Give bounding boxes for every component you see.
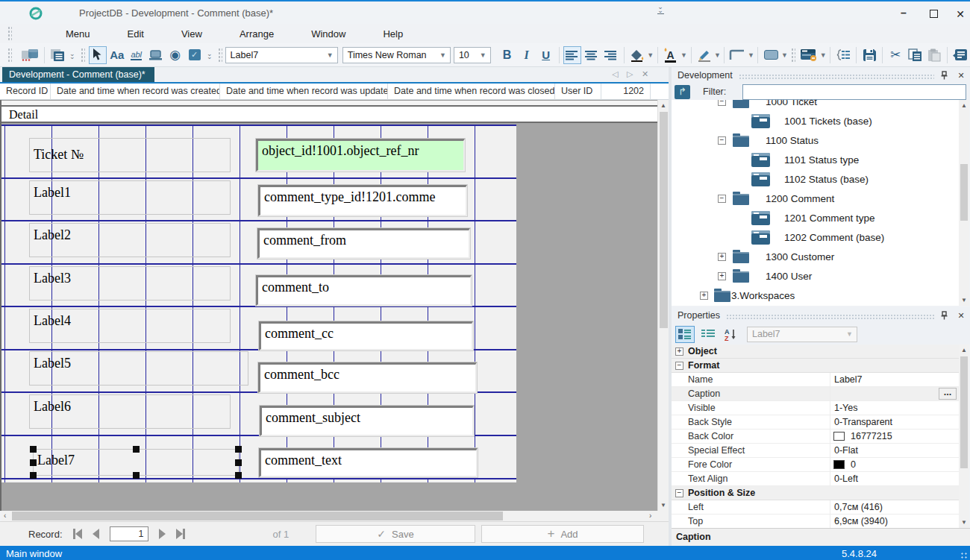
selection-handle[interactable] xyxy=(133,472,140,479)
property-group-object[interactable]: +Object xyxy=(672,345,959,359)
properties-panel-icon[interactable] xyxy=(951,46,969,64)
form-field-comment-to[interactable]: comment_to xyxy=(256,275,472,306)
form-field-comment-text[interactable]: comment_text xyxy=(259,448,478,477)
align-left-button[interactable] xyxy=(563,46,581,64)
collapse-icon[interactable]: − xyxy=(718,136,726,145)
collapse-icon[interactable]: − xyxy=(675,489,683,497)
property-value[interactable]: Label7 xyxy=(834,374,863,385)
property-value[interactable]: 0-Flat xyxy=(834,445,858,456)
property-row-top[interactable]: Top6,9см (3940) xyxy=(672,515,959,528)
ellipsis-button[interactable]: ... xyxy=(939,388,957,400)
property-value[interactable]: 6,9см (3940) xyxy=(834,516,888,526)
property-row-back-color[interactable]: Back Color16777215 xyxy=(672,430,959,444)
form-label-label6[interactable]: Label6 xyxy=(29,394,231,429)
scroll-right-icon[interactable]: › xyxy=(649,512,651,520)
property-row-fore-color[interactable]: Fore Color0 xyxy=(672,458,959,472)
toolbar-grip[interactable] xyxy=(7,26,12,41)
property-group-format[interactable]: −Format xyxy=(672,359,959,373)
collapse-icon[interactable]: − xyxy=(718,195,726,203)
border-style-icon[interactable] xyxy=(728,46,746,64)
tree-item-1001-tickets-base-[interactable]: 1001 Tickets (base) xyxy=(672,112,959,131)
radio-tool[interactable]: ◉ xyxy=(166,46,184,64)
column-header[interactable]: 1202 xyxy=(601,84,651,100)
detail-section-grid[interactable]: Ticket №object_id!1001.object_ref_nrLabe… xyxy=(1,125,516,482)
column-header[interactable]: Date and time when record was updated xyxy=(220,84,388,100)
canvas-horizontal-scrollbar[interactable]: ‹ › xyxy=(1,511,657,521)
toolbar-grip[interactable] xyxy=(7,48,12,63)
selection-handle[interactable] xyxy=(133,446,140,453)
sort-az-button[interactable]: AZ xyxy=(722,326,741,343)
form-field-comment-cc[interactable]: comment_cc xyxy=(259,321,473,350)
minimize-button[interactable]: – xyxy=(892,6,915,22)
menu-list-icon[interactable] xyxy=(48,46,66,64)
filter-input[interactable] xyxy=(742,84,966,100)
property-row-name[interactable]: NameLabel7 xyxy=(672,373,959,387)
tree-item-1200-comment[interactable]: −1200 Comment xyxy=(672,189,959,209)
property-row-text-align[interactable]: Text Align0-Left xyxy=(672,472,959,486)
fill-color-icon[interactable] xyxy=(628,46,646,64)
property-value[interactable]: 0 xyxy=(851,459,856,470)
expand-icon[interactable]: + xyxy=(718,272,726,280)
toolbar-grip[interactable] xyxy=(81,48,85,63)
tab-development-comment[interactable]: Development - Comment (base)* xyxy=(2,67,154,82)
column-header[interactable]: Record ID xyxy=(0,84,51,100)
next-record-button[interactable] xyxy=(159,529,166,539)
scroll-up-icon[interactable]: ▲ xyxy=(959,347,969,353)
previous-record-button[interactable] xyxy=(93,529,99,539)
selection-handle[interactable] xyxy=(235,446,242,453)
property-group-position-size[interactable]: −Position & Size xyxy=(672,486,959,500)
form-label-label4[interactable]: Label4 xyxy=(29,309,231,343)
cut-icon[interactable]: ✂ xyxy=(886,46,904,64)
selection-handle[interactable] xyxy=(235,472,242,479)
property-row-back-style[interactable]: Back Style0-Transparent xyxy=(672,415,959,430)
pin-icon[interactable] xyxy=(940,71,952,80)
tab-scroll-left-icon[interactable]: ◁ xyxy=(612,69,618,79)
scrollbar-thumb[interactable] xyxy=(960,164,968,221)
overflow-chevron-icon[interactable]: ⌄⌄ xyxy=(67,52,78,58)
font-size-combo[interactable]: 10▼ xyxy=(454,47,491,63)
selection-handle[interactable] xyxy=(30,459,37,466)
paste-icon[interactable] xyxy=(925,46,943,64)
font-name-combo[interactable]: Times New Roman▼ xyxy=(342,47,451,63)
control-selector-combo[interactable]: Label7▼ xyxy=(225,47,338,63)
form-label-label5[interactable]: Label5 xyxy=(29,351,248,386)
selection-handle[interactable] xyxy=(30,472,37,479)
menu-item-arrange[interactable]: Arrange xyxy=(228,25,286,43)
copy-icon[interactable] xyxy=(906,46,924,64)
scroll-down-icon[interactable]: ▼ xyxy=(959,519,969,526)
list-view-button[interactable] xyxy=(698,326,718,343)
close-panel-icon[interactable]: ✕ xyxy=(955,71,967,81)
label-tool[interactable]: Aa xyxy=(108,46,126,64)
last-record-button[interactable] xyxy=(176,529,185,539)
tree-item-1300-customer[interactable]: +1300 Customer xyxy=(672,248,959,267)
column-header[interactable]: Date and time when record was created xyxy=(51,84,220,100)
align-right-button[interactable] xyxy=(602,46,620,64)
tree-vertical-scrollbar[interactable]: ▲ ▼ xyxy=(959,100,969,306)
scroll-up-icon[interactable]: ▲ xyxy=(959,102,969,109)
canvas-vertical-scrollbar[interactable]: ▲ ▼ xyxy=(657,100,669,511)
property-object-combo[interactable]: Label7▼ xyxy=(747,327,857,342)
form-field-comment-subject[interactable]: comment_subject xyxy=(260,406,474,436)
checkbox-tool[interactable]: ✓ xyxy=(186,46,204,64)
scroll-down-icon[interactable]: ▼ xyxy=(959,297,969,303)
property-row-caption[interactable]: Caption... xyxy=(672,387,959,401)
menu-item-view[interactable]: View xyxy=(169,25,214,43)
align-center-button[interactable] xyxy=(583,46,601,64)
property-value[interactable]: 0,7см (416) xyxy=(834,502,883,512)
chevron-down-icon[interactable]: ▼ xyxy=(714,46,722,64)
tree-item-1202-comment-base-[interactable]: 1202 Comment (base) xyxy=(672,228,959,248)
form-field-comment-from[interactable]: comment_from xyxy=(257,228,470,259)
scrollbar-thumb[interactable] xyxy=(12,512,503,520)
column-more-icon[interactable]: ⌄⌄ xyxy=(654,2,667,17)
chevron-down-icon[interactable]: ▼ xyxy=(680,46,688,64)
close-panel-icon[interactable]: ✕ xyxy=(955,311,967,321)
form-label-label1[interactable]: Label1 xyxy=(29,180,231,215)
subform-icon[interactable] xyxy=(799,46,819,64)
form-field-comment-bcc[interactable]: comment_bcc xyxy=(258,362,477,393)
menu-item-window[interactable]: Window xyxy=(299,25,357,43)
close-button[interactable]: ✕ xyxy=(949,6,970,22)
textbox-tool[interactable]: abl xyxy=(128,46,146,64)
expand-icon[interactable]: + xyxy=(675,347,683,356)
selection-handle[interactable] xyxy=(30,446,37,453)
expand-icon[interactable]: + xyxy=(718,253,726,261)
